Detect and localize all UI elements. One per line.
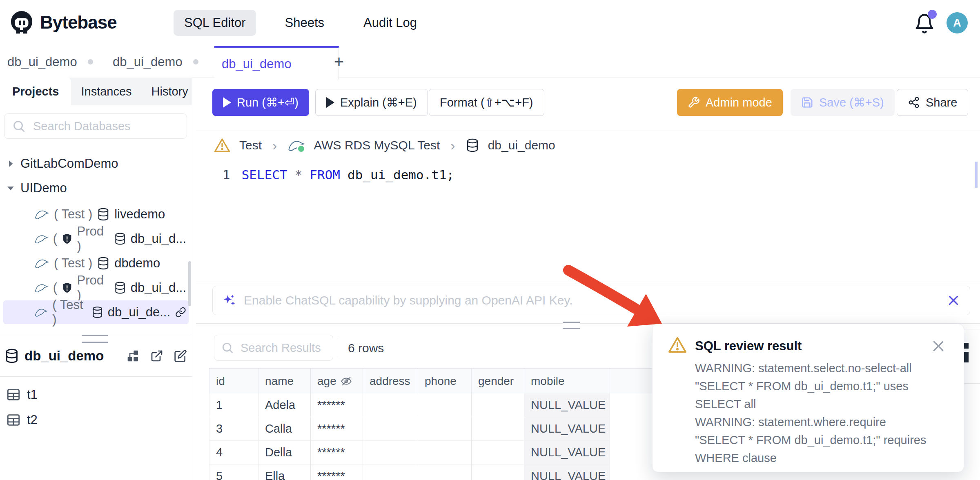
mysql-dolphin-icon [34, 307, 47, 318]
results-search-input[interactable] [240, 341, 326, 355]
database-label: db_ui_de... [108, 305, 170, 320]
tree-project-uidemo[interactable]: UIDemo [3, 176, 189, 200]
chevron-right-icon: › [272, 138, 277, 153]
schema-diagram-icon[interactable] [127, 349, 140, 362]
editor-tab-1[interactable]: db_ui_demo [0, 46, 120, 78]
column-header-mobile[interactable]: mobile [524, 369, 610, 393]
toolbar-divider [196, 131, 980, 131]
breadcrumb-instance[interactable]: AWS RDS MySQL Test [314, 138, 440, 152]
share-button[interactable]: Share [897, 89, 968, 116]
cell-phone[interactable] [418, 417, 472, 441]
table-row[interactable]: 5 Ella ****** NULL_VALUE [209, 464, 610, 480]
cell-id[interactable]: 1 [209, 393, 258, 417]
popup-close-icon[interactable] [931, 339, 946, 353]
sidebar-resize-handle[interactable] [82, 335, 108, 343]
database-icon [114, 232, 126, 245]
cell-age[interactable]: ****** [311, 417, 363, 441]
cell-mobile[interactable]: NULL_VALUE [524, 393, 610, 417]
cell-address[interactable] [363, 393, 418, 417]
column-header-gender[interactable]: gender [472, 369, 524, 393]
nav-sql-editor[interactable]: SQL Editor [174, 10, 256, 36]
database-search-input[interactable] [32, 119, 179, 133]
brand[interactable]: Bytebase [9, 10, 117, 35]
tree-db-prod-1[interactable]: ( Prod ) db_ui_d... [32, 227, 189, 251]
sidebar: Projects Instances History GitLabComDemo… [0, 78, 192, 480]
database-label: livedemo [114, 207, 165, 222]
explain-button[interactable]: Explain (⌘+E) [315, 89, 428, 116]
table-row[interactable]: 3 Calla ****** NULL_VALUE [209, 417, 610, 441]
play-icon [223, 97, 231, 108]
column-header-id[interactable]: id [209, 369, 258, 393]
editor-tab-2[interactable]: db_ui_demo [105, 46, 229, 78]
cell-id[interactable]: 5 [209, 464, 258, 480]
tree-scrollbar[interactable] [188, 261, 191, 306]
cell-age[interactable]: ****** [311, 441, 363, 464]
add-tab-button[interactable]: + [329, 52, 349, 72]
nav-sheets[interactable]: Sheets [274, 10, 335, 36]
table-row[interactable]: 4 Della ****** NULL_VALUE [209, 441, 610, 464]
review-line: WARNING: statement.select.no-select-all [695, 359, 940, 377]
cell-name[interactable]: Ella [258, 464, 311, 480]
tree-db-livedemo[interactable]: ( Test ) livedemo [32, 202, 189, 226]
tree-project-gitlabcomdemo[interactable]: GitLabComDemo [3, 152, 189, 176]
sidebar-tab-projects[interactable]: Projects [0, 78, 71, 105]
cell-phone[interactable] [418, 464, 472, 480]
cell-mobile[interactable]: NULL_VALUE [524, 464, 610, 480]
column-header-name[interactable]: name [258, 369, 311, 393]
play-icon [326, 97, 334, 108]
cell-mobile[interactable]: NULL_VALUE [524, 417, 610, 441]
search-icon [221, 341, 234, 354]
format-button[interactable]: Format (⇧+⌥+F) [429, 89, 544, 116]
cell-name[interactable]: Della [258, 441, 311, 464]
run-button[interactable]: Run (⌘+⏎) [212, 89, 309, 116]
sidebar-tab-history[interactable]: History [142, 78, 198, 105]
editor-tab-3-active[interactable]: db_ui_demo [214, 46, 339, 80]
mysql-dolphin-icon [34, 209, 49, 220]
avatar[interactable]: A [947, 12, 968, 33]
nav-audit-log[interactable]: Audit Log [353, 10, 428, 36]
save-button[interactable]: Save (⌘+S) [791, 89, 895, 116]
admin-mode-button[interactable]: Admin mode [677, 89, 783, 116]
cell-name[interactable]: Calla [258, 417, 311, 441]
cell-gender[interactable] [472, 464, 524, 480]
cell-phone[interactable] [418, 393, 472, 417]
results-toolbar-separator [338, 338, 338, 358]
tree-db-prod-2[interactable]: ( Prod ) db_ui_d... [32, 276, 189, 300]
column-header-address[interactable]: address [363, 369, 418, 393]
table-item-t2[interactable]: t2 [7, 408, 186, 432]
cell-id[interactable]: 3 [209, 417, 258, 441]
cell-address[interactable] [363, 441, 418, 464]
cell-age[interactable]: ****** [311, 464, 363, 480]
column-header-age[interactable]: age [311, 369, 363, 393]
cell-id[interactable]: 4 [209, 441, 258, 464]
panel-resize-handle[interactable] [563, 322, 580, 329]
editor-scrollbar[interactable] [975, 162, 978, 188]
sql-editor-line[interactable]: 1 SELECT * FROM db_ui_demo.t1; [223, 167, 454, 182]
breadcrumb-database[interactable]: db_ui_demo [488, 138, 555, 152]
cell-phone[interactable] [418, 441, 472, 464]
column-header-phone[interactable]: phone [418, 369, 472, 393]
sql-star: * [295, 167, 303, 182]
table-row[interactable]: 1 Adela ****** NULL_VALUE [209, 393, 610, 417]
cell-gender[interactable] [472, 417, 524, 441]
cell-age[interactable]: ****** [311, 393, 363, 417]
cell-address[interactable] [363, 417, 418, 441]
tree-db-dbdemo[interactable]: ( Test ) dbdemo [32, 251, 189, 275]
tree-db-selected[interactable]: ( Test ) db_ui_de... [3, 300, 189, 324]
cell-gender[interactable] [472, 393, 524, 417]
database-icon [97, 257, 109, 270]
cell-address[interactable] [363, 464, 418, 480]
cell-mobile[interactable]: NULL_VALUE [524, 441, 610, 464]
edit-icon[interactable] [174, 349, 187, 362]
external-link-icon[interactable] [150, 349, 163, 362]
sidebar-tab-instances[interactable]: Instances [71, 78, 141, 105]
results-search[interactable] [214, 335, 333, 361]
table-item-t1[interactable]: t1 [7, 383, 186, 407]
database-icon [114, 281, 126, 294]
line-number: 1 [223, 167, 230, 182]
cell-name[interactable]: Adela [258, 393, 311, 417]
banner-close-icon[interactable] [947, 294, 960, 307]
cell-gender[interactable] [472, 441, 524, 464]
breadcrumb-environment[interactable]: Test [239, 138, 262, 152]
database-search[interactable] [4, 113, 187, 139]
